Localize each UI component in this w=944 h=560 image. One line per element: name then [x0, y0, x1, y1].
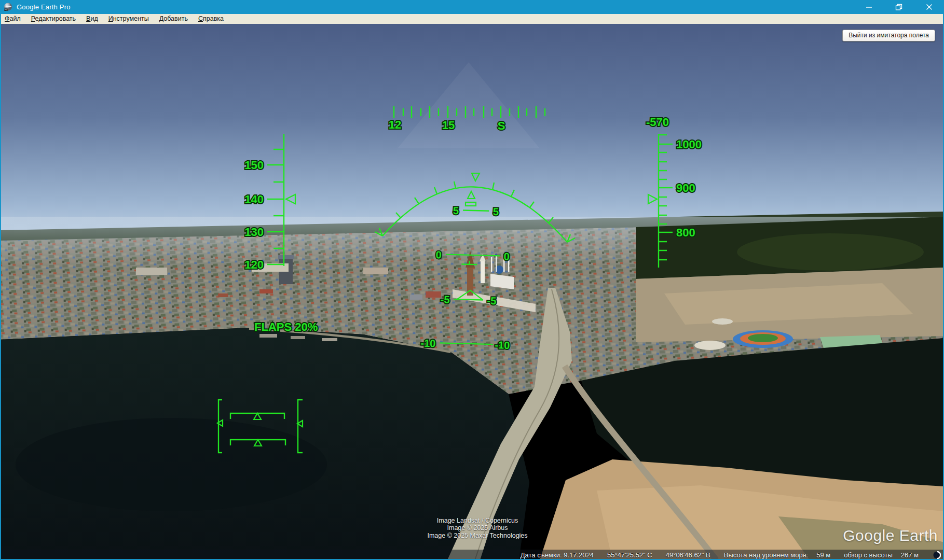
titlebar: Pro Google Earth Pro [0, 0, 944, 14]
eye-altitude-label: обзор с высоты [844, 551, 893, 559]
statusbar: Дата съемки: 9.17.2024 55°47'25.52" С 49… [0, 550, 944, 560]
attribution-line: Image © 2025 Maxar Technologies [394, 532, 560, 540]
eye-altitude-value: 267 м [901, 551, 919, 559]
menu-file[interactable]: Файл [0, 15, 26, 23]
google-earth-icon: Pro [4, 3, 12, 11]
elevation-label: Высота над уровнем моря: [724, 551, 808, 559]
restore-icon [895, 4, 902, 11]
elevation-value: 59 м [816, 551, 830, 559]
flight-simulator-view[interactable]: 12 15 S 150 140 130 120 1000 [0, 24, 944, 560]
close-button[interactable] [914, 0, 944, 14]
longitude-value: 49°06'46.62" В [666, 551, 710, 559]
restore-button[interactable] [884, 0, 914, 14]
latitude-value: 55°47'25.52" С [607, 551, 652, 559]
svg-text:Pro: Pro [5, 9, 8, 11]
imagery-attribution: Image Landsat / Copernicus Image © 2025 … [394, 517, 560, 540]
attribution-line: Image © 2025 Airbus [394, 524, 560, 532]
close-icon [926, 4, 933, 10]
menu-edit[interactable]: Редактировать [26, 15, 81, 23]
menubar: Файл Редактировать Вид Инструменты Добав… [0, 14, 944, 24]
exit-flight-simulator-button[interactable]: Выйти из имитатора полета [842, 30, 935, 41]
window-border-left [0, 14, 1, 560]
scenery [0, 24, 944, 560]
minimize-button[interactable] [854, 0, 884, 14]
google-earth-watermark: Google Earth [843, 527, 938, 544]
menu-tools[interactable]: Инструменты [103, 15, 154, 23]
attribution-line: Image Landsat / Copernicus [394, 517, 560, 525]
google-earth-window: Pro Google Earth Pro Файл Редактировать … [0, 0, 944, 560]
window-title: Google Earth Pro [17, 3, 71, 11]
streaming-indicator-icon [933, 551, 941, 559]
menu-help[interactable]: Справка [193, 15, 229, 23]
menu-view[interactable]: Вид [81, 15, 103, 23]
minimize-icon [866, 4, 872, 10]
menu-add[interactable]: Добавить [154, 15, 193, 23]
imagery-date: Дата съемки: 9.17.2024 [521, 551, 594, 559]
